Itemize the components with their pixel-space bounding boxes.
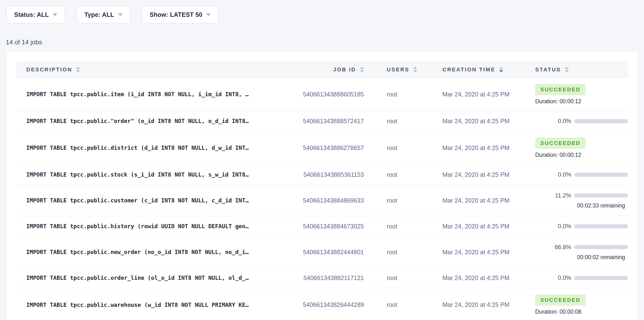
column-header-status[interactable]: STATUS <box>535 67 628 73</box>
progress-bar <box>574 119 628 123</box>
status-badge: SUCCEEDED <box>535 138 586 149</box>
progress-percent: 0.0% <box>535 274 571 281</box>
job-id-link[interactable]: 540661343826444289 <box>286 301 364 308</box>
job-description[interactable]: IMPORT TABLE tpcc.public.customer (c_id … <box>16 197 286 204</box>
job-id-link[interactable]: 540661343882444801 <box>286 249 364 256</box>
job-table-row: IMPORT TABLE tpcc.public.district (d_id … <box>16 132 628 164</box>
status-duration: Duration: 00:00:12 <box>535 98 628 105</box>
chevron-down-icon <box>206 14 210 16</box>
job-table-row: IMPORT TABLE tpcc.public.stock (s_i_id I… <box>16 164 628 185</box>
status-filter-label: Status: ALL <box>14 11 49 18</box>
job-user: root <box>364 249 442 256</box>
job-id-link[interactable]: 540661343884869633 <box>286 197 364 204</box>
progress-bar <box>574 224 628 228</box>
progress-bar <box>574 193 628 197</box>
job-creation-time: Mar 24, 2020 at 4:25 PM <box>442 91 535 98</box>
chevron-down-icon <box>53 14 57 16</box>
job-creation-time: Mar 24, 2020 at 4:25 PM <box>442 197 535 204</box>
job-status-cell: SUCCEEDED Duration: 00:00:08 <box>535 294 628 315</box>
job-description[interactable]: IMPORT TABLE tpcc.public.item (i_id INT8… <box>16 91 286 97</box>
job-creation-time: Mar 24, 2020 at 4:25 PM <box>442 144 535 151</box>
job-table-row: IMPORT TABLE tpcc.public.history (rowid … <box>16 216 628 237</box>
job-id-link[interactable]: 540661343886278657 <box>286 144 364 151</box>
job-id-link[interactable]: 540661343888605185 <box>286 91 364 98</box>
job-user: root <box>364 171 442 178</box>
job-user: root <box>364 144 442 151</box>
filters-bar: Status: ALL Type: ALL Show: LATEST 50 <box>6 6 218 23</box>
job-id-link[interactable]: 540661343885361153 <box>286 171 364 178</box>
job-status-cell: 0.0% <box>535 171 628 178</box>
sort-arrows-icon[interactable] <box>565 67 569 72</box>
job-status-cell: 0.0% <box>535 274 628 281</box>
status-succeeded-block: SUCCEEDED Duration: 00:00:08 <box>535 294 628 315</box>
status-badge: SUCCEEDED <box>535 294 586 306</box>
job-id-link[interactable]: 540661343882117121 <box>286 274 364 281</box>
table-body: IMPORT TABLE tpcc.public.item (i_id INT8… <box>16 78 628 320</box>
status-badge: SUCCEEDED <box>535 84 586 95</box>
status-duration: Duration: 00:00:08 <box>535 308 628 315</box>
job-status-cell: 0.0% <box>535 223 628 230</box>
status-progress-block: 0.0% <box>535 118 628 124</box>
job-description[interactable]: IMPORT TABLE tpcc.public.order_line (ol_… <box>16 275 286 281</box>
progress-percent: 0.0% <box>535 171 571 178</box>
job-table-row: IMPORT TABLE tpcc.public."order" (o_id I… <box>16 111 628 132</box>
job-user: root <box>364 118 442 125</box>
sort-arrows-icon[interactable] <box>76 67 80 72</box>
job-creation-time: Mar 24, 2020 at 4:25 PM <box>442 223 535 230</box>
status-filter-dropdown[interactable]: Status: ALL <box>6 6 65 23</box>
job-table-row: IMPORT TABLE tpcc.public.new_order (no_o… <box>16 237 628 268</box>
job-id-link[interactable]: 540661343884673025 <box>286 223 364 230</box>
table-header-row: DESCRIPTION JOB ID USERS CREATION TIME S… <box>16 61 628 78</box>
job-status-cell: 11.2% 00:02:33 remaining <box>535 192 628 209</box>
column-header-description[interactable]: DESCRIPTION <box>16 67 286 73</box>
job-status-cell: 86.8% 00:00:02 remaining <box>535 244 628 260</box>
job-user: root <box>364 223 442 230</box>
progress-percent: 86.8% <box>535 244 571 251</box>
show-filter-dropdown[interactable]: Show: LATEST 50 <box>142 6 218 23</box>
progress-percent: 0.0% <box>535 223 571 230</box>
job-id-link[interactable]: 540661343888572417 <box>286 118 364 125</box>
sort-arrows-icon[interactable] <box>360 67 364 72</box>
job-user: root <box>364 274 442 281</box>
job-table-row: IMPORT TABLE tpcc.public.customer (c_id … <box>16 185 628 216</box>
job-user: root <box>364 91 442 98</box>
column-header-creation-time[interactable]: CREATION TIME <box>442 67 535 73</box>
status-progress-block: 0.0% <box>535 171 628 178</box>
progress-remaining: 00:00:02 remaining <box>574 254 628 260</box>
job-user: root <box>364 301 442 308</box>
jobs-table-card: DESCRIPTION JOB ID USERS CREATION TIME S… <box>6 51 638 320</box>
job-description[interactable]: IMPORT TABLE tpcc.public.history (rowid … <box>16 223 286 229</box>
job-description[interactable]: IMPORT TABLE tpcc.public.warehouse (w_id… <box>16 302 286 308</box>
job-table-row: IMPORT TABLE tpcc.public.order_line (ol_… <box>16 268 628 288</box>
chevron-down-icon <box>118 14 122 16</box>
job-description[interactable]: IMPORT TABLE tpcc.public.district (d_id … <box>16 145 286 151</box>
job-creation-time: Mar 24, 2020 at 4:25 PM <box>442 301 535 308</box>
progress-bar <box>574 173 628 177</box>
job-status-cell: SUCCEEDED Duration: 00:00:12 <box>535 138 628 158</box>
job-creation-time: Mar 24, 2020 at 4:25 PM <box>442 118 535 125</box>
jobs-count-summary: 14 of 14 jobs <box>6 39 42 46</box>
status-progress-block: 0.0% <box>535 223 628 230</box>
jobs-table: DESCRIPTION JOB ID USERS CREATION TIME S… <box>16 61 628 320</box>
job-description[interactable]: IMPORT TABLE tpcc.public.new_order (no_o… <box>16 249 286 255</box>
job-description[interactable]: IMPORT TABLE tpcc.public."order" (o_id I… <box>16 118 286 124</box>
type-filter-dropdown[interactable]: Type: ALL <box>77 6 130 23</box>
sort-arrows-icon[interactable] <box>499 67 503 72</box>
job-user: root <box>364 197 442 204</box>
job-description[interactable]: IMPORT TABLE tpcc.public.stock (s_i_id I… <box>16 171 286 178</box>
status-progress-block: 0.0% <box>535 274 628 281</box>
column-header-users[interactable]: USERS <box>364 67 442 73</box>
progress-bar <box>574 276 628 280</box>
job-creation-time: Mar 24, 2020 at 4:25 PM <box>442 274 535 281</box>
progress-percent: 11.2% <box>535 192 571 199</box>
status-succeeded-block: SUCCEEDED Duration: 00:00:12 <box>535 84 628 105</box>
status-succeeded-block: SUCCEEDED Duration: 00:00:12 <box>535 138 628 158</box>
sort-arrows-icon[interactable] <box>413 67 417 72</box>
status-progress-block: 86.8% 00:00:02 remaining <box>535 244 628 260</box>
job-table-row: IMPORT TABLE tpcc.public.item (i_id INT8… <box>16 78 628 111</box>
progress-remaining: 00:02:33 remaining <box>574 202 628 209</box>
status-progress-block: 11.2% 00:02:33 remaining <box>535 192 628 209</box>
status-duration: Duration: 00:00:12 <box>535 152 628 158</box>
column-header-job-id[interactable]: JOB ID <box>286 67 364 73</box>
job-creation-time: Mar 24, 2020 at 4:25 PM <box>442 249 535 256</box>
